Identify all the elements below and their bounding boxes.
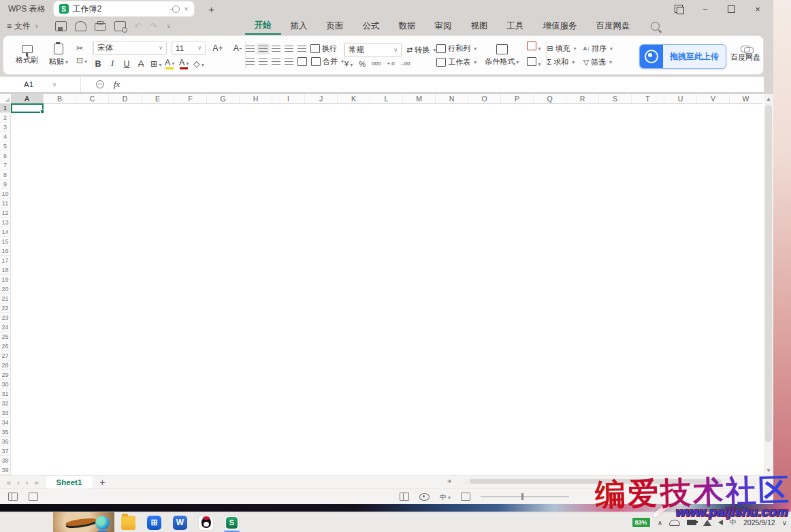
align-center-icon[interactable] [259,59,268,65]
zoom-slider[interactable] [481,496,569,497]
row-header-1[interactable]: 1 [0,103,11,113]
normal-view-icon[interactable] [400,493,409,501]
strikethrough-button[interactable]: A [136,59,146,69]
rows-columns-button[interactable]: 行和列▾ [436,44,477,54]
ribbon-tab-公式[interactable]: 公式 [353,18,389,34]
taskbar-wps-icon[interactable]: S [225,516,239,530]
row-header-37[interactable]: 37 [0,446,11,456]
row-header-32[interactable]: 32 [0,399,11,408]
vertical-scroll-thumb[interactable] [765,105,772,442]
column-header-B[interactable]: B [44,94,76,103]
row-header-16[interactable]: 16 [0,246,11,256]
ribbon-tab-视图[interactable]: 视图 [462,18,498,34]
close-button[interactable]: × [753,4,762,14]
row-header-8[interactable]: 8 [0,170,11,180]
ribbon-tab-插入[interactable]: 插入 [281,18,317,34]
ribbon-tab-开始[interactable]: 开始 [245,18,281,35]
column-header-R[interactable]: R [566,94,599,103]
row-header-29[interactable]: 29 [0,370,11,380]
hidden-icons-chevron[interactable]: ∧ [658,519,662,527]
row-header-7[interactable]: 7 [0,161,11,170]
baidu-upload-tooltip[interactable]: 拖拽至此上传 [639,44,726,69]
name-box[interactable]: A1 ∨ [0,77,81,92]
print-icon[interactable] [95,23,106,31]
fill-button[interactable]: ⊟填充▾ [547,44,576,54]
row-header-25[interactable]: 25 [0,332,11,342]
row-header-26[interactable]: 26 [0,342,11,351]
column-header-C[interactable]: C [76,94,109,103]
row-header-23[interactable]: 23 [0,313,11,322]
merge-cells-button[interactable]: 合并▾ [311,56,344,67]
row-header-22[interactable]: 22 [0,303,11,313]
status-view-icon-2[interactable] [29,493,38,501]
taskbar-word-icon[interactable]: W [173,516,187,530]
page-break-view-icon[interactable] [461,493,470,501]
undo-icon[interactable]: ↶ [134,21,142,31]
percent-button[interactable]: % [359,60,366,68]
hscroll-arrows[interactable]: ◄ [446,478,452,484]
reading-view-icon[interactable] [419,493,430,501]
selected-cell-a1[interactable] [11,103,44,113]
maximize-button[interactable] [728,5,735,13]
row-header-20[interactable]: 20 [0,284,11,294]
row-header-38[interactable]: 38 [0,456,11,465]
baidu-pan-button[interactable]: 百度网盘 [730,46,760,63]
spreadsheet-grid[interactable]: ABCDEFGHIJKLMNOPQRSTUVW 1234567891011121… [0,94,764,475]
align-bottom-icon[interactable] [272,46,280,52]
taskbar-edge-icon[interactable] [95,516,110,530]
align-right-icon[interactable] [272,59,280,65]
file-menu[interactable]: ≡ 文件 ∨ [0,20,46,32]
italic-button[interactable]: I [108,59,117,69]
ribbon-tab-审阅[interactable]: 审阅 [425,18,462,34]
search-icon[interactable] [651,22,660,31]
taskbar-explorer-icon[interactable] [121,516,135,530]
row-header-31[interactable]: 31 [0,389,11,399]
distributed-icon[interactable] [297,57,307,66]
redo-icon[interactable]: ↷ [150,21,157,31]
ribbon-tab-页面[interactable]: 页面 [317,18,353,34]
ribbon-tab-百度网盘[interactable]: 百度网盘 [587,18,640,34]
column-header-J[interactable]: J [305,94,338,103]
taskbar-qq-icon[interactable] [199,516,213,530]
zoom-slider-knob[interactable] [521,493,523,500]
font-color-button[interactable]: A▾ [179,58,189,69]
status-view-icon-1[interactable] [8,493,18,501]
magnifier-icon[interactable] [96,80,104,88]
row-header-30[interactable]: 30 [0,380,11,389]
decrease-decimal-button[interactable]: -.00 [401,61,410,67]
increase-font-icon[interactable]: A+ [210,44,225,53]
minimize-button[interactable]: − [700,4,710,14]
paste-button[interactable]: 粘贴▾ [46,43,71,67]
row-header-3[interactable]: 3 [0,122,11,132]
thousand-separator-button[interactable]: 000 [372,61,381,67]
row-header-10[interactable]: 10 [0,189,11,199]
borders-button[interactable]: ⊞▾ [150,59,160,69]
align-left-icon[interactable] [246,59,255,65]
number-format-select[interactable]: 常规∨ [344,43,402,57]
row-header-36[interactable]: 36 [0,437,11,446]
row-header-15[interactable]: 15 [0,237,11,246]
increase-indent-icon[interactable] [297,46,306,52]
column-header-H[interactable]: H [240,94,272,103]
highlight-color-button[interactable]: A▾ [165,58,174,69]
column-header-N[interactable]: N [436,94,468,103]
row-header-18[interactable]: 18 [0,265,11,275]
cell-style-icon[interactable]: ▾ [527,41,540,53]
column-header-P[interactable]: P [501,94,534,103]
column-header-M[interactable]: M [403,94,436,103]
column-header-A[interactable]: A [11,94,44,103]
battery-percent-badge[interactable]: 83% [632,517,651,528]
row-header-14[interactable]: 14 [0,227,11,237]
row-header-12[interactable]: 12 [0,208,11,218]
row-header-5[interactable]: 5 [0,142,11,151]
worksheet-button[interactable]: 工作表▾ [436,57,477,67]
row-header-4[interactable]: 4 [0,132,11,142]
row-header-27[interactable]: 27 [0,351,11,361]
convert-button[interactable]: ⇄转换▾ [406,45,436,55]
save-icon[interactable] [55,21,67,31]
font-name-select[interactable]: 宋体∨ [93,41,167,55]
format-painter-button[interactable]: 格式刷 [13,44,41,66]
row-header-34[interactable]: 34 [0,418,11,427]
battery-icon[interactable] [687,520,696,525]
vertical-scrollbar[interactable]: ▲ ▼ [764,94,773,475]
